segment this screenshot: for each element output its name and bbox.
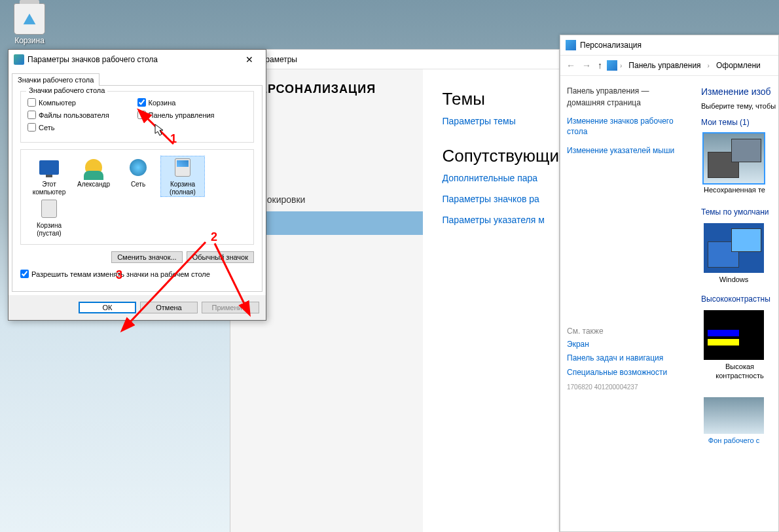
chk-network[interactable]: Сеть (27, 123, 137, 132)
cat-high-contrast: Высококонтрастны (701, 294, 778, 304)
cp-title-text: Персонализация (580, 41, 642, 50)
chk-controlpanel[interactable]: Панель управления (137, 111, 247, 119)
nav-up-icon[interactable]: ↑ (596, 60, 604, 71)
recycle-bin-label: Корзина (7, 36, 52, 45)
ok-button[interactable]: ОК (79, 302, 136, 313)
cp-link-icons[interactable]: Изменение значков рабочего стола (567, 116, 695, 137)
desktop-recycle-bin[interactable]: Корзина (7, 3, 52, 45)
cp-link-accessibility[interactable]: Специальные возможности (567, 368, 695, 378)
chk-computer[interactable]: Компьютер (27, 98, 137, 107)
preview-bin-full[interactable]: Корзина(полная) (161, 156, 204, 196)
crumb-cp[interactable]: Панель управления (625, 59, 704, 72)
cp-sidebar: Панель управления — домашняя страница Из… (560, 76, 701, 531)
nav-fwd-icon[interactable]: → (580, 60, 593, 71)
related-heading: Сопутствующи (443, 146, 560, 166)
settings-main: Темы Параметры темы Сопутствующи Дополни… (423, 69, 560, 532)
settings-window: ← Параметры ПЕРСОНАЛИЗАЦИЯ блокировки Те… (230, 49, 560, 532)
chk-allow-themes[interactable]: Разрешить темам изменять значки на рабоч… (20, 270, 254, 278)
cp-main: Изменение изоб Выберите тему, чтобы Мои … (701, 76, 778, 531)
cp-title-icon (566, 40, 576, 50)
theme-unsaved[interactable]: Несохраненная те (704, 133, 765, 194)
img-id-text: 1706820 401200004237 (567, 383, 695, 391)
dialog-title-text: Параметры значков рабочего стола (27, 55, 158, 64)
settings-titlebar[interactable]: ← Параметры (230, 50, 559, 69)
settings-header: ПЕРСОНАЛИЗАЦИЯ (250, 82, 423, 96)
desktop-background-item[interactable]: Фон рабочего с (704, 397, 764, 445)
dialog-titlebar[interactable]: Параметры значков рабочего стола ✕ (9, 50, 266, 69)
chk-recycle[interactable]: Корзина (137, 98, 247, 107)
cp-link-screen[interactable]: Экран (567, 340, 695, 350)
recycle-bin-icon (14, 3, 45, 35)
nav-lockscreen[interactable]: блокировки (250, 188, 423, 211)
cp-home-2[interactable]: домашняя страница (567, 98, 695, 107)
cp-link-taskbar[interactable]: Панель задач и навигация (567, 353, 695, 364)
apply-button[interactable]: Применить (202, 302, 259, 313)
crumb-sep-icon: › (708, 62, 710, 69)
default-icon-button[interactable]: Обычный значок (187, 251, 254, 263)
cp-link-pointers[interactable]: Изменение указателей мыши (567, 146, 695, 156)
annotation-3: 3 (116, 268, 122, 282)
nav-back-icon[interactable]: ← (564, 60, 577, 71)
related-link-3[interactable]: Параметры указателя м (443, 215, 560, 225)
theme-params-link[interactable]: Параметры темы (443, 116, 560, 126)
desktop-icon-dialog: Параметры значков рабочего стола ✕ Значк… (8, 49, 266, 321)
annotation-2: 2 (211, 230, 217, 244)
change-icon-button[interactable]: Сменить значок... (111, 251, 183, 263)
cat-my-themes: Мои темы (1) (701, 118, 778, 127)
cp-main-heading: Изменение изоб (701, 86, 778, 97)
preview-user[interactable]: Александр (72, 156, 115, 196)
cp-titlebar[interactable]: Персонализация (560, 35, 778, 55)
icon-checkboxes-group: Значки рабочего стола Компьютер Корзина … (20, 91, 254, 143)
cat-default-themes: Темы по умолчани (701, 207, 778, 217)
cp-see-also: См. также (567, 327, 695, 336)
cp-crumb-icon (607, 60, 617, 71)
related-link-1[interactable]: Дополнительные пара (443, 173, 560, 183)
close-button[interactable]: ✕ (236, 50, 263, 69)
cp-breadcrumb-bar: ← → ↑ › Панель управления › Оформлени (560, 55, 778, 76)
theme-windows[interactable]: Windows (704, 223, 764, 284)
preview-bin-empty[interactable]: Корзина(пустая) (27, 198, 71, 238)
theme-high-contrast[interactable]: Высокая контрастность (704, 310, 776, 380)
dialog-button-bar: ОК Отмена Применить (9, 295, 266, 320)
groupbox-title: Значки рабочего стола (26, 86, 107, 94)
cp-main-hint: Выберите тему, чтобы (701, 102, 778, 110)
chk-userfiles[interactable]: Файлы пользователя (27, 111, 137, 119)
preview-thispc[interactable]: Этоткомпьютер (27, 156, 71, 196)
annotation-1: 1 (170, 132, 177, 146)
dialog-tab[interactable]: Значки рабочего стола (12, 73, 100, 86)
crumb-appearance[interactable]: Оформлени (712, 59, 765, 72)
dialog-icon (14, 54, 24, 65)
preview-network[interactable]: Сеть (117, 156, 160, 196)
icon-preview-panel: Этоткомпьютер Александр Сеть Корзина(пол… (20, 149, 254, 245)
cancel-button[interactable]: Отмена (140, 302, 198, 313)
control-panel-window: Персонализация ← → ↑ › Панель управления… (560, 35, 779, 532)
cp-home-1[interactable]: Панель управления — (567, 86, 695, 96)
crumb-sep-icon: › (620, 62, 622, 69)
themes-heading: Темы (443, 89, 560, 109)
related-link-2[interactable]: Параметры значков ра (443, 194, 560, 204)
